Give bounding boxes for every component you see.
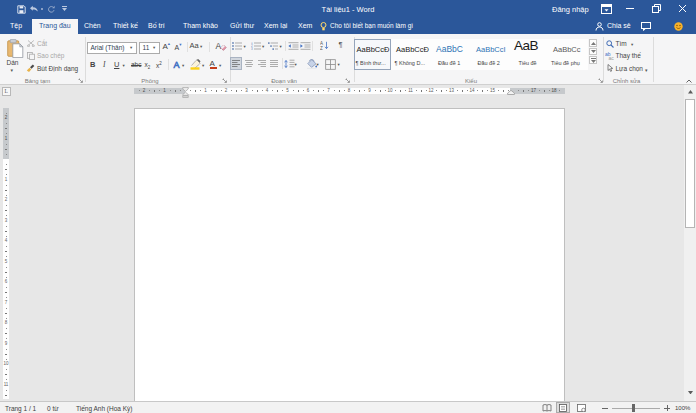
svg-text:A: A (216, 41, 222, 51)
svg-text:ac: ac (608, 55, 614, 60)
svg-text:3: 3 (251, 47, 253, 50)
svg-text:A: A (173, 60, 179, 70)
svg-text:Z: Z (320, 46, 323, 50)
